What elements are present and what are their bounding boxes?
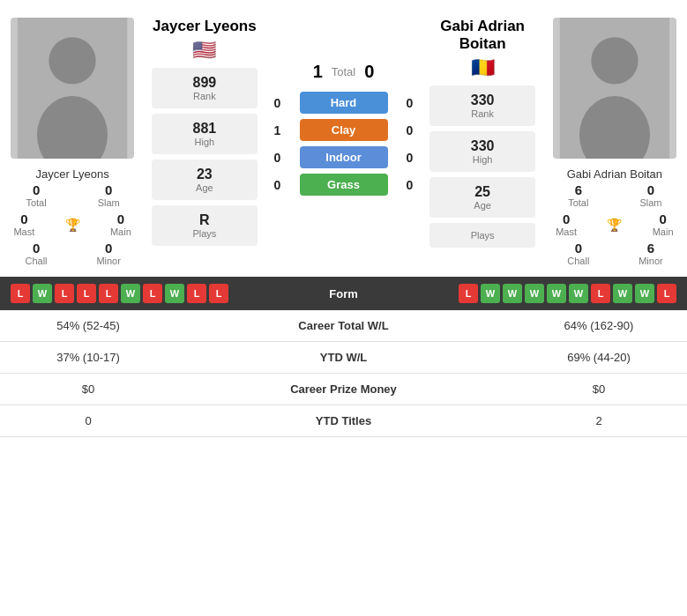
form-badge-l: L [77, 284, 96, 303]
hard-left-score: 0 [265, 96, 291, 110]
right-mast-cell: 0 Mast [545, 212, 587, 237]
form-badge-w: W [481, 284, 500, 303]
left-player-name: Jaycer Lyeons [35, 167, 108, 181]
right-player-name-top: Gabi Adrian Boitan [423, 18, 542, 53]
form-badge-l: L [55, 284, 74, 303]
form-badge-w: W [165, 284, 184, 303]
form-badge-w: W [525, 284, 544, 303]
right-mast-main-row: 0 Mast 🏆 0 Main [542, 210, 687, 239]
hard-row: 0 Hard 0 [265, 92, 423, 114]
form-badge-l: L [187, 284, 206, 303]
form-badge-l: L [11, 284, 30, 303]
indoor-row: 0 Indoor 0 [265, 146, 423, 168]
main-container: Jaycer Lyeons 0 Total 0 Slam 0 Mast � [0, 0, 687, 437]
career-stats-section: 54% (52-45) Career Total W/L 64% (162-90… [0, 310, 687, 437]
left-trophy-icon: 🏆 [51, 218, 93, 232]
career-right-val: 64% (162-90) [511, 319, 687, 332]
clay-btn: Clay [300, 119, 388, 141]
right-rank-block: 330 Rank [429, 85, 535, 126]
right-slam-cell: 0 Slam [630, 182, 672, 208]
right-flag: 🇷🇴 [471, 56, 495, 79]
right-player-name: Gabi Adrian Boitan [567, 167, 662, 181]
career-label: YTD W/L [176, 351, 511, 364]
career-label: YTD Titles [176, 414, 511, 427]
right-minor-cell: 6 Minor [630, 241, 672, 266]
total-label: Total [332, 65, 355, 78]
left-chall-cell: 0 Chall [15, 241, 57, 266]
left-age-block: 23 Age [152, 160, 258, 200]
form-badge-l: L [143, 284, 162, 303]
right-chall-cell: 0 Chall [557, 241, 600, 266]
clay-row: 1 Clay 0 [265, 119, 423, 141]
right-center-stats: Gabi Adrian Boitan 🇷🇴 330 Rank 330 High … [423, 0, 542, 277]
left-plays-block: R Plays [152, 205, 258, 246]
right-trophy-icon: 🏆 [594, 218, 636, 232]
top-section: Jaycer Lyeons 0 Total 0 Slam 0 Mast � [0, 0, 687, 277]
indoor-left-score: 0 [265, 151, 291, 165]
left-mast-cell: 0 Mast [3, 212, 45, 237]
clay-left-score: 1 [265, 123, 291, 137]
career-stat-row: 0 YTD Titles 2 [0, 405, 687, 437]
form-badge-w: W [33, 284, 52, 303]
right-high-block: 330 High [429, 131, 535, 172]
form-badge-w: W [547, 284, 566, 303]
left-flag: 🇺🇸 [192, 39, 216, 62]
right-form-badges: LWWWWWLWWL [459, 284, 676, 303]
form-badge-l: L [591, 284, 610, 303]
total-row: 1 Total 0 [313, 62, 375, 82]
form-badge-l: L [209, 284, 228, 303]
left-stats-total-slam: 0 Total 0 Slam [0, 181, 145, 210]
hard-right-score: 0 [397, 96, 423, 110]
right-player-avatar [553, 18, 676, 159]
grass-btn: Grass [300, 174, 388, 196]
clay-right-score: 0 [397, 123, 423, 137]
left-high-block: 881 High [152, 114, 258, 154]
left-total-score: 1 [313, 62, 323, 82]
career-left-val: 37% (10-17) [0, 351, 176, 364]
career-right-val: $0 [511, 382, 687, 396]
left-main-cell: 0 Main [100, 212, 142, 237]
career-right-val: 69% (44-20) [511, 351, 687, 364]
left-player-name-top: Jaycer Lyeons [153, 18, 257, 35]
form-badge-l: L [99, 284, 118, 303]
left-player-photo-col: Jaycer Lyeons 0 Total 0 Slam 0 Mast � [0, 0, 145, 277]
career-left-val: 0 [0, 414, 176, 427]
career-stat-row: $0 Career Prize Money $0 [0, 374, 687, 405]
form-badge-w: W [613, 284, 632, 303]
grass-right-score: 0 [397, 178, 423, 192]
svg-point-1 [49, 37, 95, 84]
form-section: LWLLLWLWLL Form LWWWWWLWWL [0, 277, 687, 310]
right-chall-minor-row: 0 Chall 6 Minor [542, 239, 687, 268]
right-age-block: 25 Age [429, 177, 535, 218]
career-left-val: 54% (52-45) [0, 319, 176, 332]
left-chall-minor-row: 0 Chall 0 Minor [0, 239, 145, 268]
career-stat-row: 54% (52-45) Career Total W/L 64% (162-90… [0, 310, 687, 342]
left-player-avatar [11, 18, 134, 159]
hard-btn: Hard [300, 92, 388, 114]
svg-point-4 [591, 37, 638, 84]
form-badge-w: W [121, 284, 140, 303]
indoor-btn: Indoor [300, 146, 388, 168]
career-label: Career Total W/L [176, 319, 511, 332]
form-badge-l: L [657, 284, 676, 303]
left-form-badges: LWLLLWLWLL [11, 284, 228, 303]
right-player-photo-col: Gabi Adrian Boitan 6 Total 0 Slam 0 Mast… [542, 0, 687, 277]
career-right-val: 2 [511, 414, 687, 427]
right-total-score: 0 [364, 62, 374, 82]
matchup-col: 1 Total 0 0 Hard 0 1 Clay 0 0 Indoor 0 0 [265, 0, 423, 277]
career-left-val: $0 [0, 382, 176, 396]
career-stat-row: 37% (10-17) YTD W/L 69% (44-20) [0, 342, 687, 374]
left-rank-block: 899 Rank [152, 68, 258, 108]
grass-left-score: 0 [265, 178, 291, 192]
right-main-cell: 0 Main [642, 212, 684, 237]
career-label: Career Prize Money [176, 382, 511, 396]
form-badge-w: W [503, 284, 522, 303]
left-mast-main-row: 0 Mast 🏆 0 Main [0, 210, 145, 239]
form-badge-w: W [569, 284, 588, 303]
left-minor-cell: 0 Minor [87, 241, 130, 266]
right-plays-block: Plays [429, 223, 535, 248]
left-total-cell: 0 Total [15, 182, 57, 208]
form-badge-w: W [635, 284, 654, 303]
right-stats-total-slam: 6 Total 0 Slam [542, 181, 687, 210]
form-label: Form [232, 287, 455, 301]
